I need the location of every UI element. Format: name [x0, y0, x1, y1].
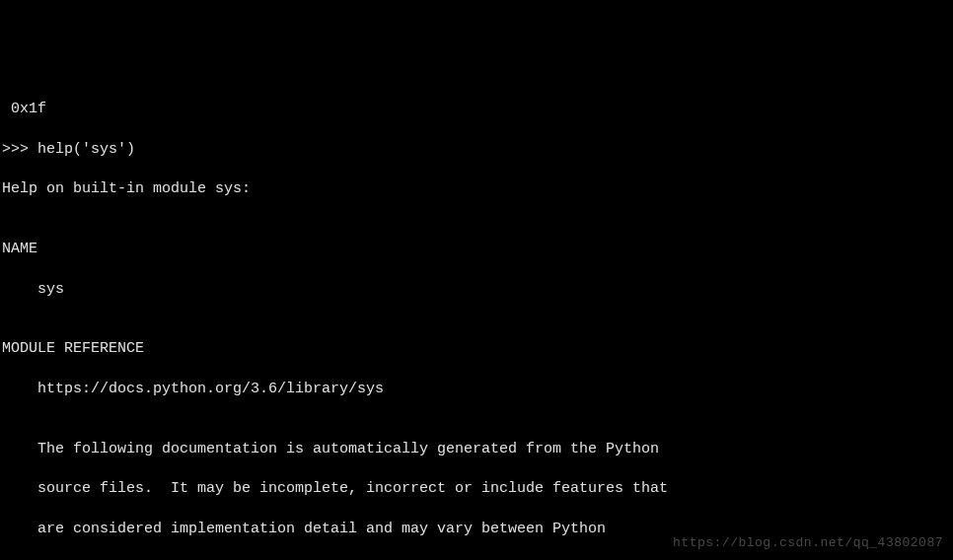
- terminal-line: source files. It may be incomplete, inco…: [2, 479, 951, 499]
- help-section-header: MODULE REFERENCE: [2, 339, 951, 359]
- watermark-text: https://blog.csdn.net/qq_43802087: [673, 534, 943, 552]
- terminal-output[interactable]: 0x1f >>> help('sys') Help on built-in mo…: [0, 80, 953, 560]
- terminal-line: Help on built-in module sys:: [2, 179, 951, 199]
- terminal-prompt-line: >>> help('sys'): [2, 140, 951, 160]
- terminal-line: 0x1f: [2, 100, 951, 119]
- terminal-line: sys: [2, 280, 951, 300]
- terminal-line: The following documentation is automatic…: [2, 440, 951, 459]
- help-section-header: NAME: [2, 240, 951, 259]
- terminal-line: https://docs.python.org/3.6/library/sys: [2, 380, 951, 399]
